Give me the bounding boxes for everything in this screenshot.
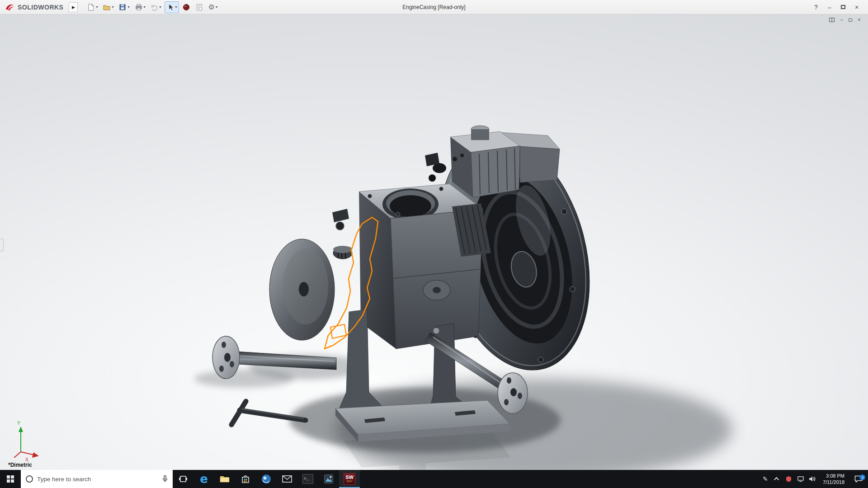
network-button[interactable] xyxy=(795,470,807,488)
edge-browser-button[interactable]: e xyxy=(193,470,214,488)
new-document-button[interactable]: ▾ xyxy=(85,1,99,13)
select-cursor-icon xyxy=(166,3,175,11)
dropdown-caret-icon[interactable]: ▾ xyxy=(127,5,129,9)
featuremanager-collapse-handle[interactable] xyxy=(0,239,4,251)
model-scene[interactable]: Y X xyxy=(0,0,868,488)
solidworks-app-text: SW xyxy=(345,475,354,480)
dassault-systemes-icon xyxy=(5,3,15,11)
maximize-icon xyxy=(841,5,845,9)
taskbar: e >_ xyxy=(0,470,868,488)
clock[interactable]: 3:08 PM 7/11/2018 xyxy=(818,473,849,485)
dropdown-caret-icon[interactable]: ▾ xyxy=(216,5,217,9)
cortana-icon xyxy=(25,475,33,483)
volume-button[interactable] xyxy=(807,470,818,488)
task-view-icon xyxy=(179,474,188,483)
dropdown-caret-icon[interactable]: ▾ xyxy=(160,5,161,9)
doc-close-button[interactable]: × xyxy=(858,16,861,23)
mail-icon xyxy=(282,475,292,483)
solidworks-app-button[interactable]: SW 2017 xyxy=(339,470,360,488)
search-input[interactable] xyxy=(37,476,158,483)
help-button[interactable]: ? xyxy=(809,1,823,13)
open-folder-icon xyxy=(103,3,111,11)
titlebar: SOLIDWORKS ▶ ▾ ▾ ▾ xyxy=(0,0,868,14)
dropdown-caret-icon[interactable]: ▾ xyxy=(96,5,98,9)
minimize-button[interactable]: – xyxy=(823,1,836,13)
notification-badge: 3 xyxy=(859,474,865,480)
select-tool-button[interactable]: ▾ xyxy=(165,1,179,13)
doc-minimize-button[interactable]: – xyxy=(840,16,843,23)
brand-text: SOLIDWORKS xyxy=(18,4,63,11)
print-button[interactable]: ▾ xyxy=(133,1,147,13)
chevron-up-icon xyxy=(774,477,779,482)
tray-status-button[interactable] xyxy=(783,470,795,488)
dropdown-caret-icon[interactable]: ▾ xyxy=(144,5,146,9)
command-prompt-button[interactable]: >_ xyxy=(297,470,318,488)
solidworks-logo: SOLIDWORKS xyxy=(0,3,67,11)
maximize-button[interactable] xyxy=(836,1,850,13)
microphone-icon[interactable] xyxy=(162,475,168,483)
gear-icon: ⚙ xyxy=(208,4,215,11)
doc-restore-button[interactable] xyxy=(849,16,852,23)
command-prompt-icon: >_ xyxy=(302,474,313,484)
clock-time: 3:08 PM xyxy=(826,473,844,479)
start-button[interactable] xyxy=(0,470,21,488)
undo-icon xyxy=(151,3,159,11)
split-pane-icon xyxy=(829,18,835,22)
photos-app-button[interactable] xyxy=(318,470,339,488)
settings-button[interactable]: ⚙ ▾ xyxy=(207,1,219,13)
pen-icon: ✎ xyxy=(763,475,768,483)
browser-app-button[interactable] xyxy=(256,470,277,488)
save-icon xyxy=(118,3,127,11)
appearance-sphere-button[interactable] xyxy=(180,1,192,13)
document-window-controls: – × xyxy=(829,16,861,23)
file-explorer-icon xyxy=(220,475,230,483)
close-button[interactable]: × xyxy=(850,1,863,13)
doc-pane-button[interactable] xyxy=(829,16,835,23)
mail-button[interactable] xyxy=(277,470,297,488)
view-orientation-label: *Dimetric xyxy=(8,462,32,468)
taskbar-search[interactable] xyxy=(21,470,173,488)
hidden-icons-button[interactable] xyxy=(771,470,783,488)
edge-icon: e xyxy=(200,473,208,485)
options-sheet-button[interactable] xyxy=(193,1,205,13)
new-document-icon xyxy=(87,3,95,11)
photos-app-icon xyxy=(324,474,334,484)
task-view-button[interactable] xyxy=(173,470,193,488)
clock-date: 7/11/2018 xyxy=(823,479,844,485)
solidworks-app-year: 2017 xyxy=(346,480,352,483)
orientation-triad: Y X xyxy=(14,421,39,462)
action-center-button[interactable]: 3 xyxy=(849,475,868,483)
solidworks-app-icon: SW 2017 xyxy=(344,473,355,485)
quick-access-toolbar: ▾ ▾ ▾ ▾ xyxy=(85,1,219,13)
dropdown-caret-icon[interactable]: ▾ xyxy=(175,5,177,9)
file-explorer-button[interactable] xyxy=(214,470,235,488)
undo-button[interactable]: ▾ xyxy=(149,1,163,13)
restore-icon xyxy=(849,19,852,22)
system-tray: ✎ 3:08 PM 7/11/2018 xyxy=(760,470,868,488)
save-button[interactable]: ▾ xyxy=(117,1,131,13)
store-bag-icon xyxy=(241,474,250,483)
material-sphere-icon xyxy=(182,3,190,11)
expand-menu-button[interactable]: ▶ xyxy=(69,2,78,12)
defender-shield-icon xyxy=(786,476,792,482)
graphics-viewport[interactable]: Y X xyxy=(0,0,868,488)
print-icon xyxy=(135,3,143,11)
dropdown-caret-icon[interactable]: ▾ xyxy=(112,5,113,9)
window-controls: ? – × xyxy=(809,1,868,13)
store-button[interactable] xyxy=(235,470,256,488)
globe-app-icon xyxy=(261,474,271,484)
triad-y-label: Y xyxy=(17,421,20,426)
document-title: EngineCasing [Read-only] xyxy=(402,4,465,10)
windows-ink-button[interactable]: ✎ xyxy=(760,470,771,488)
open-document-button[interactable]: ▾ xyxy=(101,1,115,13)
windows-logo-icon xyxy=(7,475,14,483)
expand-arrow-icon: ▶ xyxy=(72,5,75,9)
network-icon xyxy=(797,476,804,482)
speaker-icon xyxy=(809,476,816,482)
options-sheet-icon xyxy=(195,3,203,11)
